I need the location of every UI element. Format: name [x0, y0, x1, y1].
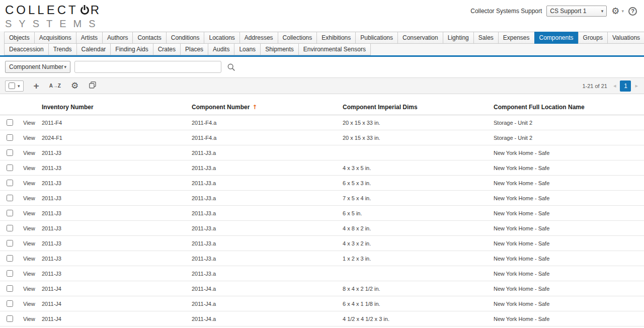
column-header-imperial-dims[interactable]: Component Imperial Dims [342, 104, 493, 111]
view-link[interactable]: View [19, 256, 41, 262]
copy-icon [89, 81, 97, 91]
view-link[interactable]: View [19, 150, 41, 156]
row-checkbox[interactable] [7, 285, 13, 292]
tab-objects[interactable]: Objects [4, 32, 35, 44]
component-number-cell: 2011-F4.a [191, 135, 342, 141]
chevron-down-icon[interactable]: ▾ [621, 9, 624, 14]
component-number-cell: 2011-J4.a [191, 316, 342, 322]
tab-groups[interactable]: Groups [578, 32, 608, 44]
view-link[interactable]: View [19, 240, 41, 247]
tab-loans[interactable]: Loans [234, 43, 261, 55]
search-input[interactable] [74, 61, 221, 73]
next-page-button[interactable]: ▸ [635, 83, 638, 89]
tab-shipments[interactable]: Shipments [260, 43, 299, 55]
current-page-button[interactable]: 1 [620, 80, 631, 92]
column-header-component-number[interactable]: Component Number↑ [191, 104, 342, 111]
help-icon[interactable]: ? [628, 7, 637, 16]
tab-conservation[interactable]: Conservation [397, 32, 443, 44]
tab-contacts[interactable]: Contacts [132, 32, 166, 44]
tab-deaccession[interactable]: Deaccession [4, 43, 49, 55]
tab-calendar[interactable]: Calendar [76, 43, 111, 55]
power-o-icon [80, 6, 89, 15]
tab-exhibitions[interactable]: Exhibitions [316, 32, 356, 44]
view-link[interactable]: View [19, 210, 41, 216]
view-link[interactable]: View [19, 301, 41, 307]
component-number-cell: 2011-J4.a [191, 301, 342, 307]
view-link[interactable]: View [19, 316, 41, 322]
row-checkbox-cell [0, 300, 19, 307]
tab-valuations[interactable]: Valuations [607, 32, 644, 44]
imperial-dims-cell: 4 1/2 x 4 1/2 x 3 in. [342, 316, 493, 322]
gear-icon[interactable]: ⚙ [611, 7, 619, 16]
brand-name-line1: COLLECTR [5, 4, 103, 17]
tab-lighting[interactable]: Lighting [443, 32, 474, 44]
tab-publications[interactable]: Publications [355, 32, 398, 44]
tab-finding-aids[interactable]: Finding Aids [110, 43, 153, 55]
row-checkbox[interactable] [7, 225, 13, 231]
select-all-dropdown[interactable]: ▾ [5, 80, 24, 92]
account-select[interactable]: CS Support 1 ▾ [546, 6, 607, 17]
view-link[interactable]: View [19, 120, 41, 126]
column-header-inventory-number[interactable]: Inventory Number [41, 104, 191, 111]
imperial-dims-cell: 4 x 3 x 5 in. [342, 165, 493, 171]
tab-acquisitions[interactable]: Acquisitions [34, 32, 76, 44]
row-checkbox[interactable] [7, 210, 13, 216]
chevron-down-icon: ▾ [18, 84, 20, 89]
table-row: View 2011-F4 2011-F4.a 20 x 15 x 33 in. … [0, 115, 644, 130]
search-field-select[interactable]: Component Number ▾ [5, 61, 70, 73]
tab-components[interactable]: Components [534, 32, 579, 44]
nav-row-primary: ObjectsAcquisitionsArtistsAuthorsContact… [4, 32, 644, 44]
tab-trends[interactable]: Trends [48, 43, 77, 55]
main-nav: ObjectsAcquisitionsArtistsAuthorsContact… [0, 31, 644, 57]
toolbar: ▾ + A→Z ⚙ 1-21 of 21 ◂ 1 ▸ [0, 77, 644, 94]
tab-places[interactable]: Places [180, 43, 208, 55]
prev-page-button[interactable]: ◂ [613, 83, 616, 89]
view-link[interactable]: View [19, 271, 41, 277]
row-checkbox-cell [0, 240, 19, 247]
tab-expenses[interactable]: Expenses [498, 32, 535, 44]
tab-addresses[interactable]: Addresses [239, 32, 278, 44]
tab-locations[interactable]: Locations [204, 32, 239, 44]
imperial-dims-cell: 6 x 5 x 3 in. [342, 180, 493, 186]
tab-artists[interactable]: Artists [76, 32, 103, 44]
sort-button[interactable]: A→Z [49, 83, 61, 89]
view-link[interactable]: View [19, 135, 41, 141]
row-checkbox[interactable] [7, 180, 13, 186]
tab-crates[interactable]: Crates [153, 43, 181, 55]
select-all-checkbox[interactable] [9, 83, 15, 89]
view-link[interactable]: View [19, 195, 41, 201]
tab-environmental-sensors[interactable]: Environmental Sensors [298, 43, 371, 55]
row-checkbox[interactable] [7, 270, 13, 277]
row-checkbox[interactable] [7, 134, 13, 141]
location-name-cell: New York Home - Safe [493, 286, 644, 292]
row-checkbox[interactable] [7, 195, 13, 201]
tab-authors[interactable]: Authors [102, 32, 133, 44]
brand-logo: COLLECTR SYSTEMS [5, 4, 103, 29]
search-icon[interactable] [225, 61, 236, 72]
duplicate-button[interactable] [89, 81, 97, 91]
view-link[interactable]: View [19, 165, 41, 171]
row-checkbox[interactable] [7, 300, 13, 307]
view-link[interactable]: View [19, 225, 41, 231]
row-checkbox[interactable] [7, 255, 13, 262]
header-actions: Collector Systems Support CS Support 1 ▾… [470, 6, 637, 17]
gear-icon: ⚙ [71, 81, 78, 90]
tab-conditions[interactable]: Conditions [166, 32, 205, 44]
row-checkbox[interactable] [7, 165, 13, 171]
row-checkbox[interactable] [7, 119, 13, 126]
view-link[interactable]: View [19, 286, 41, 292]
add-record-button[interactable]: + [34, 81, 39, 91]
tab-collections[interactable]: Collections [278, 32, 317, 44]
settings-button[interactable]: ⚙ [71, 81, 78, 90]
imperial-dims-cell: 7 x 5 x 4 in. [342, 195, 493, 201]
tab-sales[interactable]: Sales [473, 32, 499, 44]
column-header-location-name[interactable]: Component Full Location Name [493, 104, 644, 111]
row-checkbox[interactable] [7, 149, 13, 156]
location-name-cell: Storage - Unit 2 [493, 120, 644, 126]
row-checkbox[interactable] [7, 240, 13, 247]
view-link[interactable]: View [19, 180, 41, 186]
row-checkbox-cell [0, 195, 19, 201]
inventory-number-cell: 2011-J3 [41, 271, 191, 277]
tab-audits[interactable]: Audits [208, 43, 234, 55]
row-checkbox[interactable] [7, 315, 13, 322]
